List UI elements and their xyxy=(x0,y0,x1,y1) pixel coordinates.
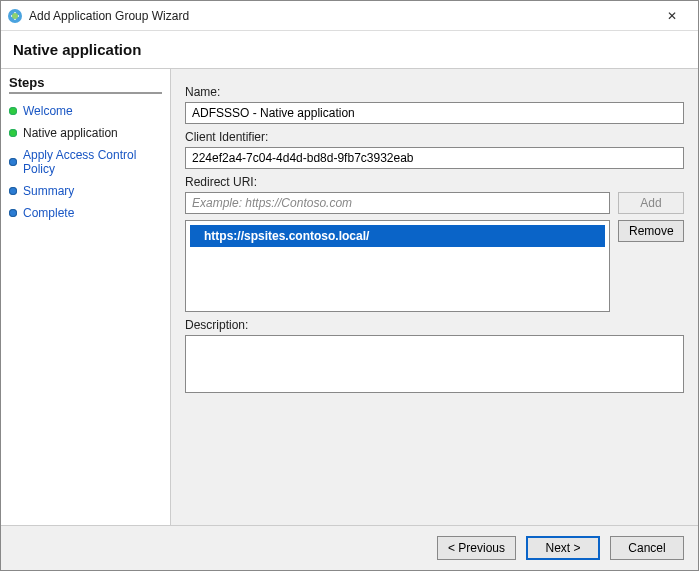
step-apply-access-control-policy[interactable]: Apply Access Control Policy xyxy=(9,144,162,180)
step-summary[interactable]: Summary xyxy=(9,180,162,202)
step-welcome[interactable]: Welcome xyxy=(9,100,162,122)
step-native-application[interactable]: Native application xyxy=(9,122,162,144)
description-label: Description: xyxy=(185,318,684,332)
redirect-uri-input[interactable] xyxy=(185,192,610,214)
redirect-label: Redirect URI: xyxy=(185,175,684,189)
name-input[interactable] xyxy=(185,102,684,124)
step-label: Native application xyxy=(23,126,118,140)
bullet-done-icon xyxy=(9,107,17,115)
redirect-row: https://spsites.contoso.local/ Add Remov… xyxy=(185,192,684,312)
bullet-pending-icon xyxy=(9,209,17,217)
redirect-uri-list[interactable]: https://spsites.contoso.local/ xyxy=(185,220,610,312)
previous-button[interactable]: < Previous xyxy=(437,536,516,560)
remove-button[interactable]: Remove xyxy=(618,220,684,242)
bullet-pending-icon xyxy=(9,158,17,166)
bullet-pending-icon xyxy=(9,187,17,195)
name-label: Name: xyxy=(185,85,684,99)
window-title: Add Application Group Wizard xyxy=(29,9,652,23)
steps-sidebar: Steps Welcome Native application Apply A… xyxy=(1,69,171,525)
step-complete[interactable]: Complete xyxy=(9,202,162,224)
svg-point-1 xyxy=(12,13,18,19)
step-label: Welcome xyxy=(23,104,73,118)
form-panel: Name: Client Identifier: Redirect URI: h… xyxy=(171,69,698,525)
redirect-uri-item[interactable]: https://spsites.contoso.local/ xyxy=(190,225,605,247)
step-label: Summary xyxy=(23,184,74,198)
clientid-input[interactable] xyxy=(185,147,684,169)
footer: < Previous Next > Cancel xyxy=(1,525,698,570)
clientid-label: Client Identifier: xyxy=(185,130,684,144)
cancel-button[interactable]: Cancel xyxy=(610,536,684,560)
step-label: Apply Access Control Policy xyxy=(23,148,162,176)
close-button[interactable]: ✕ xyxy=(652,1,692,30)
bullet-current-icon xyxy=(9,129,17,137)
next-button[interactable]: Next > xyxy=(526,536,600,560)
description-textarea[interactable] xyxy=(185,335,684,393)
steps-heading: Steps xyxy=(9,75,162,94)
subheader: Native application xyxy=(1,31,698,69)
wizard-window: Add Application Group Wizard ✕ Native ap… xyxy=(0,0,699,571)
titlebar: Add Application Group Wizard ✕ xyxy=(1,1,698,31)
close-icon: ✕ xyxy=(667,9,677,23)
add-button[interactable]: Add xyxy=(618,192,684,214)
wizard-body: Steps Welcome Native application Apply A… xyxy=(1,69,698,525)
page-title: Native application xyxy=(13,41,686,58)
app-icon xyxy=(7,8,23,24)
step-label: Complete xyxy=(23,206,74,220)
